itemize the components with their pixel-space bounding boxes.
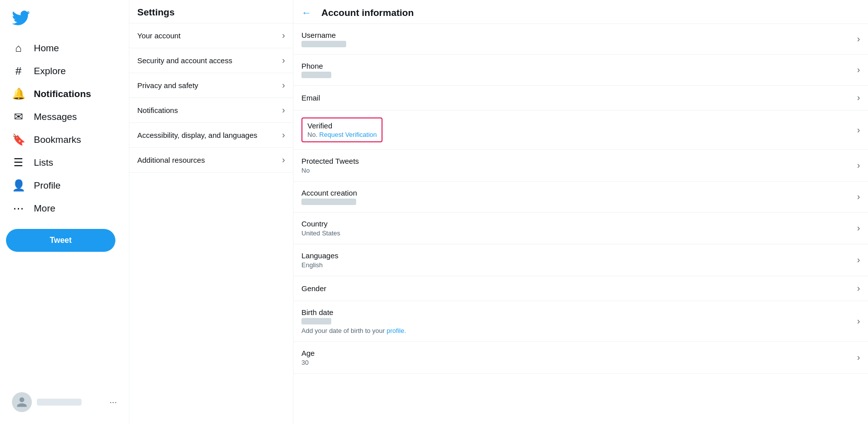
- info-row-birth-date[interactable]: Birth date Add your date of birth to you…: [293, 301, 868, 342]
- account-info-panel: ← Account information Username › Phone ›…: [293, 0, 868, 424]
- sidebar-item-notifications[interactable]: 🔔 Notifications: [6, 83, 123, 106]
- info-row-age[interactable]: Age 30 ›: [293, 342, 868, 374]
- chevron-right-icon: ›: [282, 155, 285, 165]
- request-verification-link[interactable]: Request Verification: [319, 131, 377, 138]
- username-value: [301, 41, 346, 47]
- sidebar-item-lists[interactable]: ☰ Lists: [6, 151, 123, 174]
- birth-date-note: Add your date of birth to your profile.: [301, 327, 406, 334]
- info-row-country[interactable]: Country United States ›: [293, 212, 868, 244]
- settings-item-privacy-label: Privacy and safety: [137, 81, 198, 90]
- birth-date-value: [301, 318, 331, 324]
- settings-item-additional-label: Additional resources: [137, 156, 205, 164]
- sidebar-item-explore[interactable]: # Explore: [6, 60, 123, 83]
- chevron-right-icon: ›: [282, 80, 285, 91]
- chevron-right-icon: ›: [857, 223, 860, 233]
- settings-item-notifications[interactable]: Notifications ›: [129, 98, 293, 123]
- sidebar-item-profile-label: Profile: [34, 180, 61, 191]
- sidebar-item-bookmarks[interactable]: 🔖 Bookmarks: [6, 128, 123, 151]
- chevron-right-icon: ›: [282, 130, 285, 140]
- settings-item-accessibility-label: Accessibility, display, and languages: [137, 131, 257, 139]
- sidebar-item-more-label: More: [34, 203, 55, 214]
- info-row-username[interactable]: Username ›: [293, 24, 868, 55]
- sidebar-item-notifications-label: Notifications: [34, 89, 91, 100]
- chevron-right-icon: ›: [282, 30, 285, 41]
- profile-link[interactable]: profile.: [386, 327, 406, 334]
- account-info-header: ← Account information: [293, 0, 868, 24]
- settings-item-security-label: Security and account access: [137, 56, 232, 65]
- sidebar-item-more[interactable]: ⋯ More: [6, 197, 123, 220]
- sidebar-item-home-label: Home: [34, 43, 59, 54]
- home-icon: ⌂: [12, 42, 25, 55]
- languages-label: Languages: [301, 251, 338, 260]
- country-label: Country: [301, 219, 340, 228]
- chevron-right-icon: ›: [282, 105, 285, 115]
- info-row-languages[interactable]: Languages English ›: [293, 244, 868, 276]
- sidebar-item-home[interactable]: ⌂ Home: [6, 37, 123, 60]
- protected-tweets-label: Protected Tweets: [301, 157, 359, 165]
- settings-item-additional[interactable]: Additional resources ›: [129, 148, 293, 173]
- info-row-email[interactable]: Email ›: [293, 86, 868, 110]
- more-dots-icon: ···: [109, 397, 117, 408]
- verified-highlight: Verified No. Request Verification: [301, 117, 383, 142]
- info-row-gender[interactable]: Gender ›: [293, 276, 868, 301]
- settings-item-your-account-label: Your account: [137, 31, 181, 40]
- explore-icon: #: [12, 65, 25, 78]
- settings-title: Settings: [137, 7, 175, 17]
- info-row-phone[interactable]: Phone ›: [293, 55, 868, 86]
- bookmarks-icon: 🔖: [12, 133, 25, 146]
- verified-label: Verified: [307, 121, 377, 130]
- phone-value: [301, 72, 331, 78]
- chevron-right-icon: ›: [857, 34, 860, 44]
- chevron-right-icon: ›: [857, 125, 860, 135]
- sidebar: ⌂ Home # Explore 🔔 Notifications ✉ Messa…: [0, 0, 129, 424]
- more-icon: ⋯: [12, 202, 25, 215]
- chevron-right-icon: ›: [857, 160, 860, 171]
- profile-icon: 👤: [12, 179, 25, 192]
- username-label: Username: [301, 31, 346, 39]
- back-button[interactable]: ←: [301, 7, 311, 18]
- sidebar-item-lists-label: Lists: [34, 157, 53, 168]
- messages-icon: ✉: [12, 110, 25, 123]
- sidebar-item-explore-label: Explore: [34, 66, 66, 77]
- avatar: [12, 392, 32, 412]
- gender-label: Gender: [301, 284, 326, 293]
- age-value: 30: [301, 359, 315, 366]
- settings-item-your-account[interactable]: Your account ›: [129, 23, 293, 48]
- phone-label: Phone: [301, 62, 331, 70]
- chevron-right-icon: ›: [857, 192, 860, 202]
- sidebar-item-messages[interactable]: ✉ Messages: [6, 106, 123, 128]
- sidebar-item-profile[interactable]: 👤 Profile: [6, 174, 123, 197]
- account-creation-value: [301, 199, 356, 205]
- tweet-button[interactable]: Tweet: [6, 229, 115, 252]
- username-placeholder: [37, 399, 82, 406]
- lists-icon: ☰: [12, 156, 25, 169]
- country-value: United States: [301, 229, 340, 237]
- settings-item-notifications-label: Notifications: [137, 106, 178, 114]
- settings-item-security[interactable]: Security and account access ›: [129, 48, 293, 73]
- chevron-right-icon: ›: [857, 283, 860, 294]
- chevron-right-icon: ›: [857, 65, 860, 75]
- settings-panel: Settings Your account › Security and acc…: [129, 0, 293, 424]
- settings-item-privacy[interactable]: Privacy and safety ›: [129, 73, 293, 98]
- birth-date-label: Birth date: [301, 308, 406, 317]
- chevron-right-icon: ›: [282, 55, 285, 66]
- verified-value: No. Request Verification: [307, 131, 377, 138]
- account-info-title: Account information: [321, 7, 414, 18]
- twitter-logo[interactable]: [6, 4, 123, 37]
- account-creation-label: Account creation: [301, 189, 357, 197]
- user-profile-bar[interactable]: ···: [6, 388, 123, 416]
- languages-value: English: [301, 261, 338, 269]
- chevron-right-icon: ›: [857, 316, 860, 326]
- chevron-right-icon: ›: [857, 255, 860, 265]
- chevron-right-icon: ›: [857, 352, 860, 363]
- info-row-account-creation[interactable]: Account creation ›: [293, 182, 868, 212]
- chevron-right-icon: ›: [857, 93, 860, 103]
- sidebar-item-messages-label: Messages: [34, 111, 77, 122]
- email-label: Email: [301, 94, 320, 102]
- settings-item-accessibility[interactable]: Accessibility, display, and languages ›: [129, 123, 293, 148]
- settings-header: Settings: [129, 0, 293, 23]
- info-row-verified[interactable]: Verified No. Request Verification ›: [293, 110, 868, 150]
- info-row-protected-tweets[interactable]: Protected Tweets No ›: [293, 150, 868, 182]
- protected-tweets-value: No: [301, 167, 359, 174]
- age-label: Age: [301, 349, 315, 357]
